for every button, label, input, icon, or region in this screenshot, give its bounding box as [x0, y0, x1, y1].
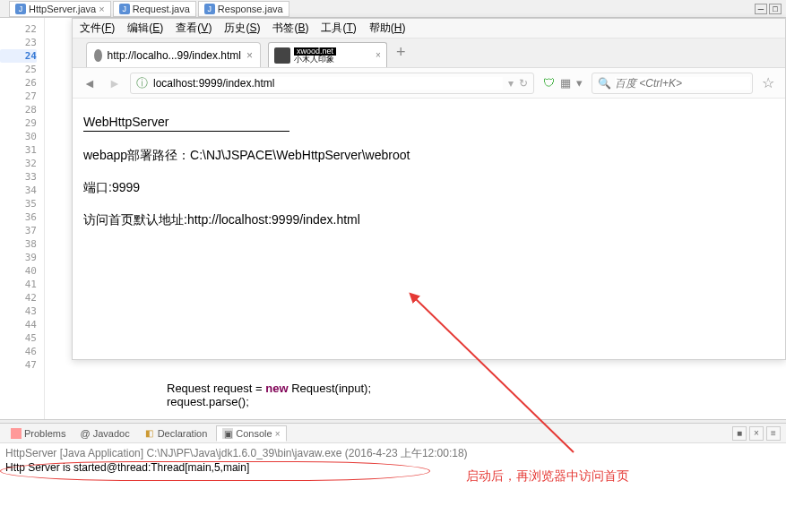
robot-icon — [274, 47, 290, 64]
browser-addressbar: ◄ ► ⓘ ▾ ↻ 🛡 ▦ ▾ 🔍 ☆ — [73, 68, 785, 99]
browser-tab-logo[interactable]: xwood.net 小木人印象 × — [268, 42, 387, 67]
new-tab-button[interactable]: + — [396, 43, 406, 62]
code-body: 文件(F)编辑(E)查看(V)历史(S)书签(B)工具(T)帮助(H) http… — [45, 18, 786, 419]
back-button[interactable]: ◄ — [80, 73, 99, 93]
panel-tab-problems[interactable]: Problems — [5, 426, 71, 441]
page-rule — [83, 131, 289, 132]
dropdown-icon[interactable]: ▾ — [508, 77, 514, 90]
browser-tabstrip: http://localho...99/index.html × xwood.n… — [73, 39, 785, 68]
java-file-icon: J — [204, 4, 215, 14]
tool-icon[interactable]: × — [749, 426, 764, 441]
line-number: 38 — [0, 237, 37, 251]
url-field[interactable]: ⓘ ▾ ↻ — [130, 73, 534, 94]
console-output: Http Server is started@thread:Thread[mai… — [5, 461, 781, 474]
forward-button[interactable]: ► — [105, 73, 125, 93]
menu-t[interactable]: 工具(T) — [321, 21, 356, 36]
line-number: 22 — [0, 22, 37, 36]
line-number: 25 — [0, 63, 37, 76]
ide-tab-label: Request.java — [133, 4, 190, 14]
globe-icon: ⓘ — [136, 75, 148, 91]
editor-area: 2223242526272829303132333435363738394041… — [0, 18, 786, 419]
ide-tab-request[interactable]: J Request.java — [113, 1, 196, 17]
line-number: 32 — [0, 157, 37, 170]
browser-window: 文件(F)编辑(E)查看(V)历史(S)书签(B)工具(T)帮助(H) http… — [72, 18, 786, 360]
line-number: 26 — [0, 76, 37, 90]
problems-icon — [11, 428, 22, 439]
menu-b[interactable]: 书签(B) — [272, 21, 308, 36]
url-input[interactable] — [153, 77, 503, 90]
annotation-note: 启动后，再浏览器中访问首页 — [466, 468, 629, 485]
browser-tab-title: http://localho...99/index.html — [108, 49, 241, 62]
line-number: 40 — [0, 264, 37, 278]
panel-tab-javadoc[interactable]: @ Javadoc — [74, 426, 134, 441]
ide-tab-httpserver[interactable]: J HttpServer.java × — [9, 1, 111, 17]
page-line-port: 端口:9999 — [83, 180, 774, 196]
line-number: 29 — [0, 116, 37, 130]
page-line-url: 访问首页默认地址:http://localhost:9999/index.htm… — [83, 212, 774, 228]
line-number: 33 — [0, 170, 37, 184]
close-icon[interactable]: × — [246, 49, 253, 62]
panel-tab-console[interactable]: ▣Console× — [216, 425, 286, 442]
reload-icon[interactable]: ↻ — [519, 77, 528, 90]
menu-s[interactable]: 历史(S) — [224, 21, 260, 36]
ide-tab-bar: J HttpServer.java × J Request.java J Res… — [0, 0, 786, 18]
browser-menubar: 文件(F)编辑(E)查看(V)历史(S)书签(B)工具(T)帮助(H) — [73, 19, 785, 39]
java-file-icon: J — [119, 4, 130, 14]
favicon-icon — [94, 49, 102, 62]
panel-tab-declaration[interactable]: ◧Declaration — [139, 426, 213, 441]
panel-toolbar: ■ × ≡ — [732, 426, 781, 441]
indicators: 🛡 ▦ ▾ — [540, 76, 586, 90]
line-number: 44 — [0, 318, 37, 331]
tool-icon[interactable]: ≡ — [766, 426, 781, 441]
maximize-icon[interactable]: □ — [769, 4, 782, 14]
tool-icon[interactable]: ■ — [732, 426, 747, 441]
shield-icon[interactable]: 🛡 — [543, 76, 555, 90]
logo-subtitle: 小木人印象 — [294, 56, 336, 64]
window-controls: ─ □ — [755, 4, 782, 14]
line-number: 36 — [0, 210, 37, 224]
page-title: WebHttpServer — [83, 115, 774, 129]
close-icon[interactable]: × — [275, 429, 281, 439]
line-number: 43 — [0, 305, 37, 318]
search-field[interactable]: 🔍 — [592, 73, 753, 94]
line-number: 41 — [0, 278, 37, 291]
line-number: 30 — [0, 130, 37, 143]
ide-tab-response[interactable]: J Response.java — [198, 1, 289, 17]
line-number: 47 — [0, 358, 37, 372]
menu-h[interactable]: 帮助(H) — [369, 21, 406, 36]
grid-icon[interactable]: ▦ — [560, 76, 571, 90]
ide-tab-label: HttpServer.java — [29, 4, 96, 14]
declaration-icon: ◧ — [144, 428, 155, 439]
line-number: 45 — [0, 331, 37, 345]
line-number: 46 — [0, 345, 37, 358]
java-file-icon: J — [15, 4, 26, 14]
search-input[interactable] — [615, 77, 750, 90]
ide-tab-label: Response.java — [218, 4, 283, 14]
line-number: 37 — [0, 224, 37, 237]
menu-e[interactable]: 编辑(E) — [127, 21, 163, 36]
close-icon[interactable]: × — [99, 4, 104, 14]
menu-f[interactable]: 文件(F) — [80, 21, 115, 36]
line-number: 27 — [0, 90, 37, 103]
bookmark-icon[interactable]: ☆ — [758, 74, 778, 91]
line-number: 42 — [0, 291, 37, 305]
chevron-down-icon[interactable]: ▾ — [576, 76, 583, 90]
browser-tab-active[interactable]: http://localho...99/index.html × — [86, 42, 261, 67]
console-panel: Problems @ Javadoc ◧Declaration ▣Console… — [0, 424, 786, 531]
console-header: HttpServer [Java Application] C:\NJ\PF\J… — [5, 446, 781, 461]
panel-tabs: Problems @ Javadoc ◧Declaration ▣Console… — [0, 424, 786, 443]
minimize-icon[interactable]: ─ — [755, 4, 767, 14]
line-number: 39 — [0, 251, 37, 264]
code-fragment: Request request = new Request(input); re… — [167, 382, 371, 408]
close-icon[interactable]: × — [376, 50, 381, 60]
line-number: 23 — [0, 36, 37, 49]
line-number: 34 — [0, 184, 37, 197]
menu-v[interactable]: 查看(V) — [176, 21, 212, 36]
console-icon: ▣ — [222, 428, 233, 439]
browser-page-content: WebHttpServer webapp部署路径：C:\NJ\JSPACE\We… — [73, 99, 785, 359]
line-gutter: 2223242526272829303132333435363738394041… — [0, 18, 45, 419]
line-number: 35 — [0, 197, 37, 210]
line-number: 28 — [0, 103, 37, 116]
line-number: 24 — [0, 49, 37, 63]
page-line-deploy: webapp部署路径：C:\NJ\JSPACE\WebHttpServer\we… — [83, 148, 774, 164]
